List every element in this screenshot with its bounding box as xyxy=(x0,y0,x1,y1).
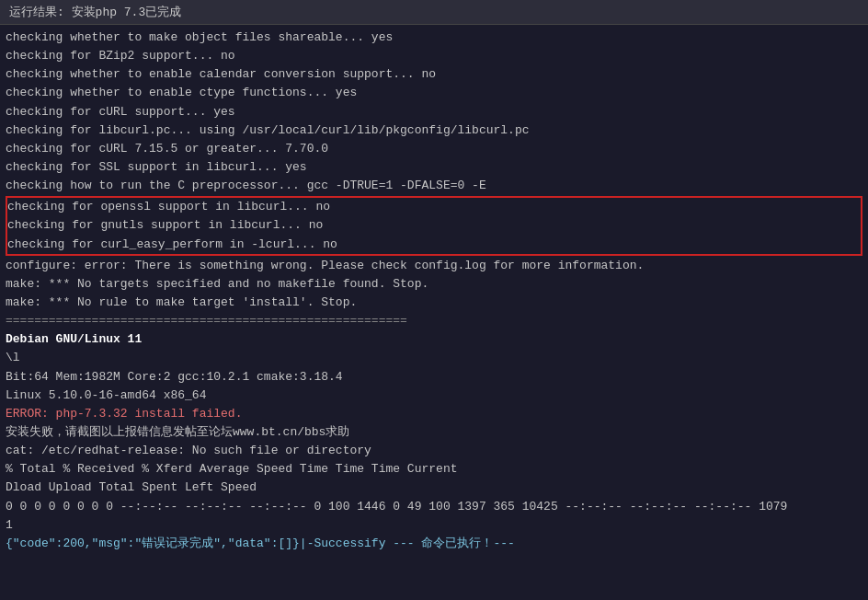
terminal-line: checking for curl_easy_perform in -lcurl… xyxy=(7,236,861,254)
terminal-line: checking for cURL 7.15.5 or greater... 7… xyxy=(6,140,862,158)
terminal-line: checking how to run the C preprocessor..… xyxy=(6,177,862,195)
terminal-line: checking for SSL support in libcurl... y… xyxy=(6,158,862,177)
terminal-line: 1 xyxy=(6,516,862,535)
terminal-line: checking whether to make object files sh… xyxy=(6,29,862,47)
terminal-line: cat: /etc/redhat-release: No such file o… xyxy=(6,442,862,460)
terminal-line: ========================================… xyxy=(6,312,862,330)
terminal-line: make: *** No targets specified and no ma… xyxy=(6,275,862,294)
terminal-line: checking for openssl support in libcurl.… xyxy=(7,198,861,216)
terminal-line: configure: error: There is something wro… xyxy=(6,257,862,275)
terminal-line: 安装失败，请截图以上报错信息发帖至论坛www.bt.cn/bbs求助 xyxy=(6,423,862,442)
terminal-line: Debian GNU/Linux 11 xyxy=(6,330,862,349)
terminal-line: \l xyxy=(6,349,862,367)
terminal-line: checking for gnutls support in libcurl..… xyxy=(7,216,861,235)
terminal-line: Linux 5.10.0-16-amd64 x86_64 xyxy=(6,387,862,405)
terminal-line: make: *** No rule to make target 'instal… xyxy=(6,294,862,312)
terminal-line: checking whether to enable calendar conv… xyxy=(6,65,862,84)
terminal-line: Dload Upload Total Spent Left Speed xyxy=(6,479,862,497)
terminal-line: Bit:64 Mem:1982M Core:2 gcc:10.2.1 cmake… xyxy=(6,368,862,387)
terminal-body[interactable]: checking whether to make object files sh… xyxy=(0,25,868,600)
terminal-line: ERROR: php-7.3.32 install failed. xyxy=(6,405,862,423)
terminal-window: 运行结果: 安装php 7.3已完成 checking whether to m… xyxy=(0,0,868,600)
terminal-line: checking for libcurl.pc... using /usr/lo… xyxy=(6,121,862,140)
terminal-line: checking whether to enable ctype functio… xyxy=(6,84,862,102)
terminal-line: {"code":200,"msg":"错误记录完成","data":[]}|-S… xyxy=(6,535,862,553)
title-text: 运行结果: 安装php 7.3已完成 xyxy=(9,6,181,19)
title-bar: 运行结果: 安装php 7.3已完成 xyxy=(0,0,868,25)
terminal-line: 0 0 0 0 0 0 0 0 --:--:-- --:--:-- --:--:… xyxy=(6,498,862,516)
terminal-line: % Total % Received % Xferd Average Speed… xyxy=(6,460,862,479)
terminal-line: checking for BZip2 support... no xyxy=(6,47,862,65)
terminal-line: checking for cURL support... yes xyxy=(6,103,862,121)
